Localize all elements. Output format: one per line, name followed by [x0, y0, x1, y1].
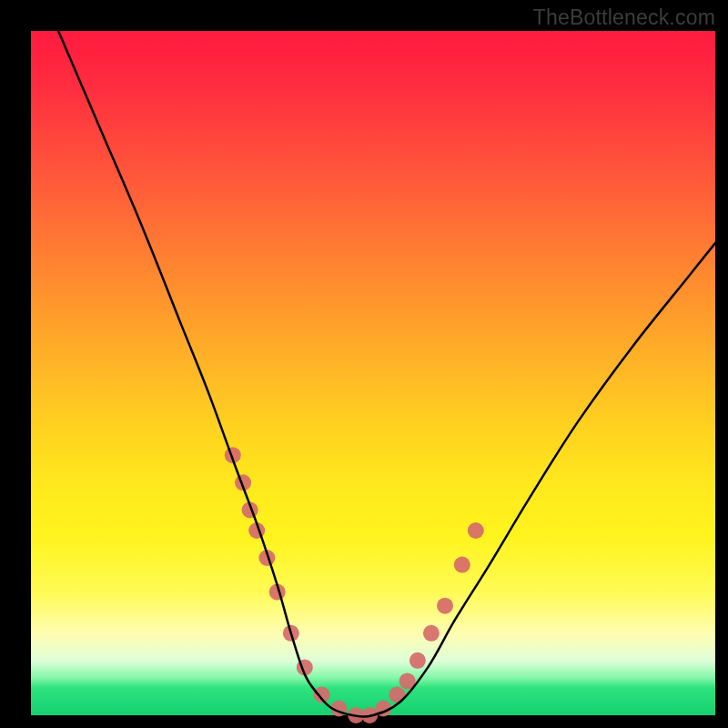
data-marker	[437, 598, 453, 614]
chart-svg	[31, 31, 715, 715]
data-markers	[225, 447, 484, 723]
outer-frame: TheBottleneck.com	[0, 0, 728, 728]
data-marker	[454, 557, 470, 573]
data-marker	[468, 522, 484, 539]
watermark-text: TheBottleneck.com	[533, 5, 715, 30]
plot-area	[31, 31, 715, 715]
bottleneck-curve	[58, 31, 715, 717]
data-marker	[423, 625, 440, 642]
data-marker	[410, 652, 426, 669]
